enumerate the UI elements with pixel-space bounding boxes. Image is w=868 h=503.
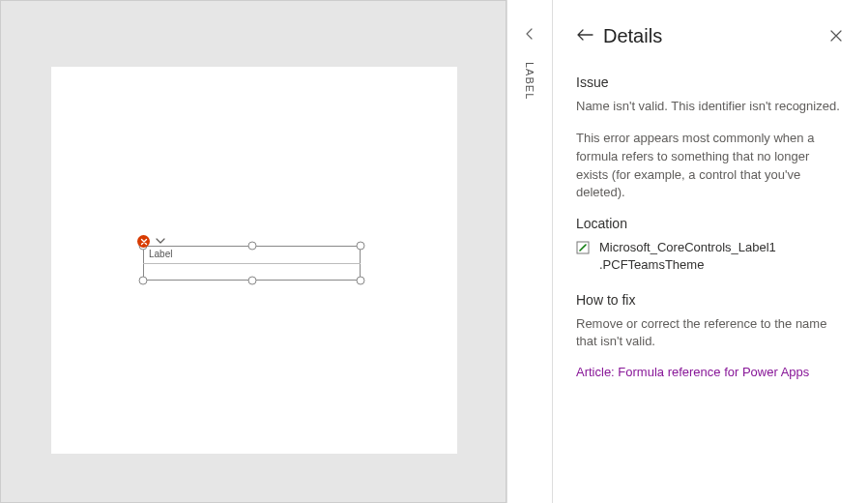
location-block: Location Microsoft_CoreControls_Label1 .…: [576, 216, 845, 274]
side-tab-collapse[interactable]: [507, 27, 552, 41]
location-control-name: Microsoft_CoreControls_Label1: [599, 239, 776, 256]
edit-in-formula-icon: [576, 241, 590, 254]
resize-handle-top-right[interactable]: [357, 242, 365, 251]
article-link[interactable]: Article: Formula reference for Power App…: [576, 365, 845, 379]
issue-explanation: This error appears most commonly when a …: [576, 130, 845, 202]
resize-handle-bottom-right[interactable]: [357, 277, 365, 285]
resize-handle-top-middle[interactable]: [247, 242, 256, 251]
details-header: Details: [576, 25, 845, 47]
resize-handle-bottom-left[interactable]: [139, 277, 148, 285]
location-heading: Location: [576, 216, 845, 231]
issue-heading: Issue: [576, 74, 845, 90]
control-label-text: Label: [149, 249, 172, 259]
details-panel: Details Issue Name isn't valid. This ide…: [553, 0, 868, 503]
app-root: Label LABEL Details Issue Name isn't val…: [0, 0, 868, 503]
issue-summary: Name isn't valid. This identifier isn't …: [576, 98, 845, 116]
selection-midline: [143, 263, 361, 264]
side-tab: LABEL: [506, 0, 553, 503]
back-arrow-icon[interactable]: [576, 28, 593, 45]
side-tab-label: LABEL: [507, 62, 552, 100]
label-control-selected[interactable]: Label: [143, 246, 361, 281]
authoring-canvas[interactable]: Label: [51, 67, 457, 454]
howtofix-heading: How to fix: [576, 292, 845, 308]
resize-handle-bottom-middle[interactable]: [247, 277, 256, 285]
side-tab-label-text: LABEL: [524, 62, 535, 100]
error-badge-icon[interactable]: [137, 235, 150, 248]
close-icon[interactable]: [829, 29, 845, 44]
location-text: Microsoft_CoreControls_Label1 .PCFTeamsT…: [599, 239, 776, 274]
canvas-area: Label: [0, 0, 506, 503]
details-title: Details: [603, 25, 829, 47]
location-row[interactable]: Microsoft_CoreControls_Label1 .PCFTeamsT…: [576, 239, 845, 274]
chevron-down-icon[interactable]: [154, 234, 167, 248]
howtofix-text: Remove or correct the reference to the n…: [576, 315, 845, 352]
location-property-name: .PCFTeamsTheme: [599, 256, 776, 274]
